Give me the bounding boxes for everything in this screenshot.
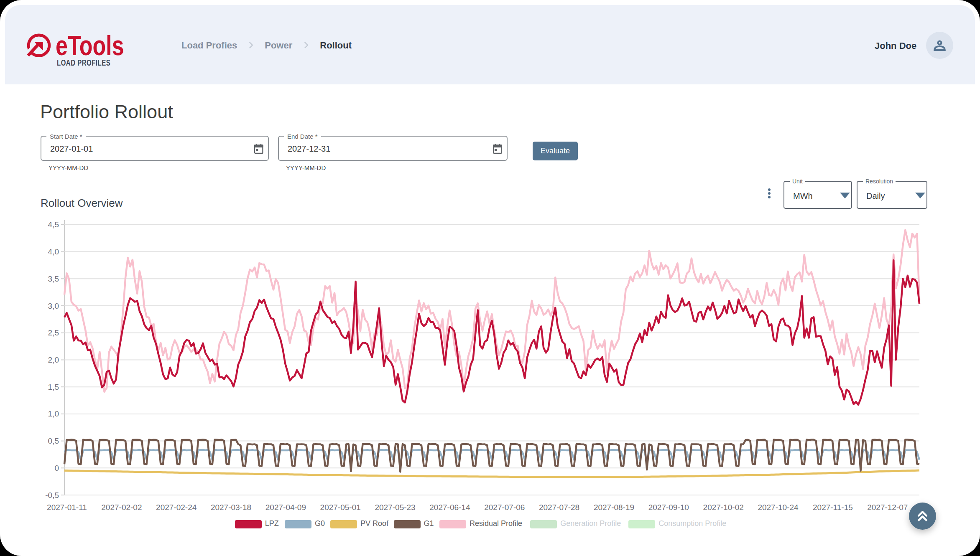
svg-text:1,5: 1,5	[48, 383, 59, 391]
svg-text:2,0: 2,0	[48, 355, 59, 364]
svg-text:3,5: 3,5	[48, 274, 59, 283]
svg-text:2027-08-19: 2027-08-19	[594, 503, 634, 512]
svg-text:0: 0	[54, 464, 59, 472]
svg-text:2027-03-18: 2027-03-18	[211, 503, 251, 512]
svg-text:2027-10-24: 2027-10-24	[758, 503, 799, 512]
svg-text:2027-05-23: 2027-05-23	[375, 503, 415, 512]
svg-text:2027-01-11: 2027-01-11	[47, 503, 87, 512]
svg-text:2027-02-24: 2027-02-24	[156, 503, 197, 512]
svg-text:2027-07-28: 2027-07-28	[539, 503, 579, 512]
svg-text:2027-06-14: 2027-06-14	[429, 503, 470, 512]
svg-text:2027-05-01: 2027-05-01	[320, 503, 361, 512]
svg-text:3,0: 3,0	[48, 302, 59, 310]
svg-text:2,5: 2,5	[48, 328, 59, 337]
svg-text:4,5: 4,5	[48, 220, 59, 229]
svg-text:2027-12-07: 2027-12-07	[867, 503, 908, 512]
svg-text:2027-10-02: 2027-10-02	[703, 503, 744, 512]
svg-text:4,0: 4,0	[48, 247, 59, 256]
svg-text:1,0: 1,0	[48, 409, 59, 418]
svg-text:-0,5: -0,5	[45, 491, 59, 500]
svg-text:2027-02-02: 2027-02-02	[101, 503, 142, 512]
svg-text:0,5: 0,5	[48, 437, 59, 445]
svg-text:2027-07-06: 2027-07-06	[484, 503, 525, 512]
svg-text:2027-04-09: 2027-04-09	[265, 503, 306, 512]
svg-text:2027-11-15: 2027-11-15	[813, 503, 853, 512]
svg-text:2027-09-10: 2027-09-10	[648, 503, 689, 512]
